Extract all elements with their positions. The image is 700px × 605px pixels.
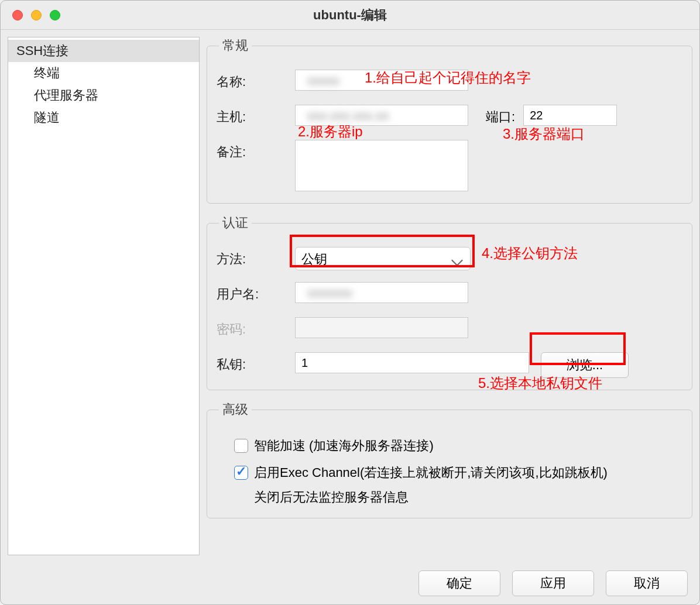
fieldset-general: 常规 名称: xxxxx 主机: xxx.xxx.xxx.xx 端口: 备注: [207,37,692,204]
port-label: 端口: [486,105,515,126]
minimize-icon[interactable] [31,10,42,20]
smart-accel-checkbox[interactable] [234,439,248,453]
legend-general: 常规 [219,37,252,54]
port-input[interactable] [523,105,617,126]
exec-channel-label: 启用Exec Channel(若连接上就被断开,请关闭该项,比如跳板机) [254,464,608,482]
sidebar-item-ssh[interactable]: SSH连接 [8,40,199,62]
browse-button[interactable]: 浏览... [541,352,629,378]
dialog-window: ubuntu-编辑 SSH连接 终端 代理服务器 隧道 1.给自己起个记得住的名… [0,0,700,605]
ok-button[interactable]: 确定 [418,570,500,596]
password-input [295,317,468,338]
method-select[interactable]: 公钥 [295,247,471,270]
sidebar-item-tunnel[interactable]: 隧道 [8,106,199,129]
dialog-body: SSH连接 终端 代理服务器 隧道 1.给自己起个记得住的名字 2.服务器ip … [1,30,699,562]
exec-channel-note: 关闭后无法监控服务器信息 [254,489,682,506]
method-select-wrapper: 公钥 [295,247,471,270]
close-icon[interactable] [12,10,23,20]
row-name: 名称: xxxxx [217,70,682,93]
legend-advanced: 高级 [219,401,252,418]
main-panel: 1.给自己起个记得住的名字 2.服务器ip 3.服务器端口 4.选择公钥方法 5… [207,37,692,555]
sidebar-item-proxy[interactable]: 代理服务器 [8,84,199,106]
password-label: 密码: [217,317,295,338]
row-host: 主机: xxx.xxx.xxx.xx 端口: [217,105,682,128]
host-label: 主机: [217,105,295,126]
row-exec-channel: 启用Exec Channel(若连接上就被断开,请关闭该项,比如跳板机) [234,464,682,482]
titlebar: ubuntu-编辑 [1,1,699,30]
row-method: 方法: 公钥 [217,247,682,270]
row-remark: 备注: [217,140,682,191]
row-privatekey: 私钥: 浏览... [217,352,682,378]
privatekey-label: 私钥: [217,352,295,373]
apply-button[interactable]: 应用 [512,570,594,596]
window-controls [12,10,60,20]
privatekey-input[interactable] [295,352,529,373]
smart-accel-label: 智能加速 (加速海外服务器连接) [254,437,434,455]
row-password: 密码: [217,317,682,341]
username-label: 用户名: [217,282,295,303]
name-label: 名称: [217,70,295,91]
method-label: 方法: [217,247,295,268]
sidebar: SSH连接 终端 代理服务器 隧道 [8,37,200,555]
dialog-footer: 确定 应用 取消 [1,562,699,604]
row-smart-accel: 智能加速 (加速海外服务器连接) [234,437,682,455]
fieldset-advanced: 高级 智能加速 (加速海外服务器连接) 启用Exec Channel(若连接上就… [207,401,692,518]
exec-channel-checkbox[interactable] [234,466,248,480]
window-title: ubuntu-编辑 [313,6,387,24]
remark-textarea[interactable] [295,140,468,191]
fieldset-auth: 认证 方法: 公钥 用户名: xxxxxxx 密码: [207,214,692,390]
sidebar-item-terminal[interactable]: 终端 [8,62,199,84]
row-username: 用户名: xxxxxxx [217,282,682,305]
cancel-button[interactable]: 取消 [606,570,688,596]
remark-label: 备注: [217,140,295,161]
zoom-icon[interactable] [50,10,60,20]
legend-auth: 认证 [219,214,252,232]
